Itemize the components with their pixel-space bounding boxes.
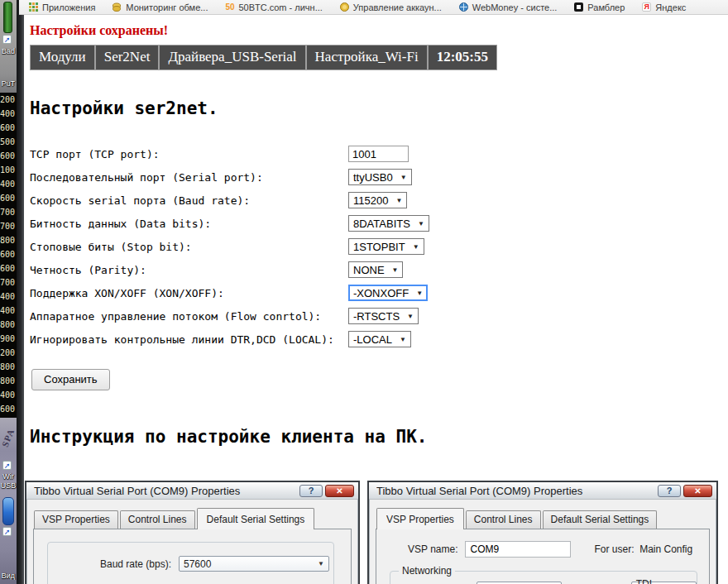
terminal-number: 900 — [0, 332, 15, 346]
terminal-number: 100 — [0, 163, 15, 177]
terminal-number: 600 — [0, 402, 15, 416]
bookmark-label: Приложения — [42, 2, 95, 12]
dialog-title: Tibbo Virtual Serial Port (COM9) Propert… — [376, 485, 655, 497]
form-label: TCP порт (TCP port): — [30, 148, 348, 160]
save-button[interactable]: Сохранить — [31, 369, 110, 390]
menu-item-ser2net[interactable]: Ser2Net — [96, 45, 160, 69]
terminal-number: 400 — [0, 304, 15, 318]
desktop-icon-label[interactable]: Bad — [0, 47, 17, 55]
serial-port-select[interactable]: ttyUSB0 — [348, 169, 412, 185]
bookmark-item-monitoring[interactable]: Мониторинг обме... — [113, 2, 208, 12]
tab-vsp-properties[interactable]: VSP Properties — [376, 508, 464, 529]
terminal-number: 700 — [0, 219, 15, 233]
nav-menu: Модули Ser2Net Драйвера_USB-Serial Настр… — [30, 45, 497, 70]
close-button[interactable] — [325, 485, 354, 497]
bookmark-item-50btc[interactable]: 50 50BTC.com - личн... — [225, 2, 322, 12]
stop-bit-select[interactable]: 1STOPBIT — [348, 238, 424, 255]
serial-settings-groupbox: Baud rate (bps): 57600 Data bits: 8 — [47, 542, 334, 584]
menu-item-usb-serial-drivers[interactable]: Драйвера_USB-Serial — [160, 45, 306, 69]
form-label: Последовательный порт (Serial port): — [30, 171, 348, 184]
bookmark-label: Яндекс — [655, 2, 686, 12]
web-page: Настройки сохранены! Модули Ser2Net Драй… — [24, 16, 728, 584]
tab-control-lines[interactable]: Control Lines — [466, 510, 541, 529]
local-select[interactable]: -LOCAL — [348, 331, 411, 347]
menu-item-moduli[interactable]: Модули — [31, 45, 96, 69]
desktop-icon-label-usb[interactable]: USB — [0, 481, 17, 490]
tab-control-lines[interactable]: Control Lines — [120, 510, 195, 529]
bookmark-item-account[interactable]: Управление аккаун... — [340, 2, 442, 12]
help-button[interactable] — [299, 485, 323, 497]
vsp-name-label: VSP name: — [408, 543, 465, 555]
shortcut-arrow-icon: ➚ — [2, 35, 12, 44]
shortcut-arrow-icon: ➚ — [2, 527, 12, 536]
form-label: Стоповые биты (Stop bit): — [30, 241, 348, 253]
browser-window-edge — [17, 0, 24, 584]
form-row: Битность данных (Data bits): 8DATABITS — [30, 212, 609, 235]
bookmark-label: WebMoney - систе... — [472, 2, 558, 12]
desktop-app-icon[interactable] — [3, 2, 12, 33]
desktop-icon-label-win[interactable]: Wir — [0, 472, 17, 481]
bookmark-item-rambler[interactable]: Рамблер — [574, 2, 625, 12]
flow-control-select[interactable]: -RTSCTS — [348, 308, 419, 324]
vsp-name-input[interactable] — [465, 541, 571, 558]
help-button[interactable] — [658, 485, 681, 497]
desktop-icon-label-vid[interactable]: Вид — [0, 572, 17, 580]
dialog-vsp-properties: Tibbo Virtual Serial Port (COM9) Propert… — [367, 481, 718, 584]
terminal-number: 800 — [0, 233, 15, 247]
parity-select[interactable]: NONE — [348, 261, 403, 278]
terminal-number: 700 — [0, 275, 15, 290]
xonxoff-select[interactable]: -XONXOFF — [348, 285, 428, 301]
menu-clock: 12:05:55 — [429, 45, 496, 69]
desktop-icon-label-putty[interactable]: PuT — [0, 79, 17, 88]
terminal-number: 400 — [0, 388, 15, 402]
form-row: Аппаратное управление потоком (Flow conr… — [30, 304, 609, 328]
terminal-number: 200 — [0, 93, 15, 107]
bookmarks-bar: Приложения Мониторинг обме... 50 50BTC.c… — [19, 0, 728, 15]
rambler-icon — [574, 2, 583, 12]
terminal-number: 600 — [0, 149, 15, 163]
baud-rate-label: Baud rate (bps): — [48, 558, 179, 570]
form-row: TCP порт (TCP port): — [30, 142, 609, 165]
dialog-titlebar: Tibbo Virtual Serial Port (COM9) Propert… — [26, 482, 358, 500]
apps-grid-icon — [29, 2, 38, 12]
dialog-tabstrip: VSP Properties Control Lines Default Ser… — [26, 508, 358, 529]
webmoney-globe-icon — [459, 2, 468, 12]
form-label: Битность данных (Data bits): — [30, 218, 348, 230]
form-label: Игнорировать контрольные линии DTR,DCD (… — [30, 333, 348, 346]
form-row: Четность (Parity): NONE — [30, 258, 609, 281]
baud-rate-select[interactable]: 115200 — [348, 192, 407, 208]
desktop-blue-icon[interactable] — [2, 497, 14, 525]
form-row: Поддержка XON/XOFF (XON/XOFF): -XONXOFF — [30, 281, 609, 304]
bookmark-label: 50BTC.com - личн... — [238, 2, 322, 12]
yandex-icon: Я — [642, 2, 651, 12]
baud-rate-combo[interactable]: 57600 — [179, 556, 329, 572]
dialog-title: Tibbo Virtual Serial Port (COM9) Propert… — [34, 485, 297, 497]
terminal-number: 600 — [0, 121, 15, 135]
terminal-number: 800 — [0, 374, 15, 388]
tab-vsp-properties[interactable]: VSP Properties — [34, 510, 118, 529]
form-label: Аппаратное управление потоком (Flow conr… — [30, 310, 348, 323]
data-bits-select[interactable]: 8DATABITS — [348, 215, 429, 232]
dialog-titlebar: Tibbo Virtual Serial Port (COM9) Propert… — [369, 482, 716, 500]
terminal-number: 600 — [0, 191, 15, 205]
bookmark-item-apps[interactable]: Приложения — [29, 2, 95, 12]
form-label: Скорость serial порта (Baud rate): — [30, 194, 348, 207]
terminal-window-edge[interactable]: 2004006005006001004006007007008006006007… — [0, 93, 17, 418]
dialog-tabpage: Baud rate (bps): 57600 Data bits: 8 — [33, 529, 352, 584]
terminal-number: 400 — [0, 107, 15, 121]
coins-icon — [113, 2, 122, 12]
ser2net-form: TCP порт (TCP port): Последовательный по… — [30, 142, 609, 351]
bookmark-item-webmoney[interactable]: WebMoney - систе... — [459, 2, 558, 12]
menu-item-wifi-settings[interactable]: Настройка_Wi-Fi — [307, 45, 429, 69]
close-button[interactable] — [683, 485, 712, 497]
screen: ➚ Bad PuT 200400600500600100400600700700… — [0, 0, 728, 584]
form-label: Четность (Parity): — [30, 264, 348, 276]
tcp-port-input[interactable] — [348, 146, 409, 162]
tab-default-serial-settings[interactable]: Default Serial Settings — [543, 510, 658, 529]
tab-default-serial-settings[interactable]: Default Serial Settings — [197, 508, 315, 529]
desktop-strip: ➚ Bad PuT 200400600500600100400600700700… — [0, 0, 17, 584]
page-title: Настройки ser2net. — [30, 98, 218, 118]
bookmark-item-yandex[interactable]: Я Яндекс — [642, 2, 686, 12]
terminal-number: 200 — [0, 346, 15, 360]
form-row: Последовательный порт (Serial port): tty… — [30, 165, 609, 189]
